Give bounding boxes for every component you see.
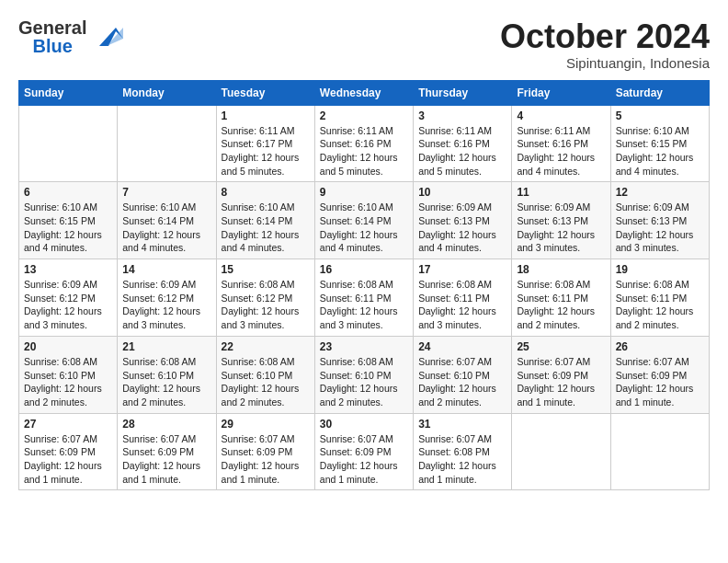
calendar-cell: 9Sunrise: 6:10 AM Sunset: 6:14 PM Daylig…	[314, 182, 413, 259]
day-info: Sunrise: 6:10 AM Sunset: 6:15 PM Dayligh…	[24, 201, 112, 255]
logo-icon	[90, 20, 123, 53]
calendar-cell: 27Sunrise: 6:07 AM Sunset: 6:09 PM Dayli…	[19, 413, 118, 490]
day-number: 13	[24, 263, 112, 276]
calendar-cell: 31Sunrise: 6:07 AM Sunset: 6:08 PM Dayli…	[414, 413, 512, 490]
day-info: Sunrise: 6:09 AM Sunset: 6:12 PM Dayligh…	[24, 278, 112, 332]
day-info: Sunrise: 6:09 AM Sunset: 6:13 PM Dayligh…	[616, 201, 704, 255]
calendar-cell	[118, 105, 216, 182]
week-row-5: 27Sunrise: 6:07 AM Sunset: 6:09 PM Dayli…	[19, 413, 710, 490]
day-info: Sunrise: 6:10 AM Sunset: 6:14 PM Dayligh…	[122, 201, 210, 255]
calendar-cell: 6Sunrise: 6:10 AM Sunset: 6:15 PM Daylig…	[19, 182, 118, 259]
day-number: 3	[418, 109, 506, 122]
day-header-monday: Monday	[118, 80, 216, 105]
calendar-cell: 5Sunrise: 6:10 AM Sunset: 6:15 PM Daylig…	[610, 105, 709, 182]
calendar-cell: 28Sunrise: 6:07 AM Sunset: 6:09 PM Dayli…	[118, 413, 216, 490]
day-info: Sunrise: 6:11 AM Sunset: 6:17 PM Dayligh…	[222, 124, 310, 178]
day-info: Sunrise: 6:08 AM Sunset: 6:11 PM Dayligh…	[418, 278, 506, 332]
week-row-1: 1Sunrise: 6:11 AM Sunset: 6:17 PM Daylig…	[19, 105, 710, 182]
day-info: Sunrise: 6:08 AM Sunset: 6:11 PM Dayligh…	[517, 278, 605, 332]
day-number: 10	[418, 186, 506, 199]
day-info: Sunrise: 6:07 AM Sunset: 6:08 PM Dayligh…	[418, 432, 506, 487]
day-info: Sunrise: 6:07 AM Sunset: 6:09 PM Dayligh…	[616, 355, 704, 409]
calendar-cell: 8Sunrise: 6:10 AM Sunset: 6:14 PM Daylig…	[216, 182, 314, 259]
day-info: Sunrise: 6:10 AM Sunset: 6:14 PM Dayligh…	[222, 201, 310, 255]
day-number: 23	[320, 340, 408, 353]
day-info: Sunrise: 6:08 AM Sunset: 6:10 PM Dayligh…	[222, 355, 310, 409]
day-info: Sunrise: 6:09 AM Sunset: 6:13 PM Dayligh…	[517, 201, 605, 255]
day-number: 17	[418, 263, 506, 276]
day-info: Sunrise: 6:07 AM Sunset: 6:09 PM Dayligh…	[24, 432, 112, 487]
calendar-cell: 19Sunrise: 6:08 AM Sunset: 6:11 PM Dayli…	[610, 259, 709, 337]
logo-general: General	[18, 18, 86, 37]
logo-blue: Blue	[33, 37, 73, 55]
day-info: Sunrise: 6:08 AM Sunset: 6:10 PM Dayligh…	[24, 355, 112, 409]
location: Sipintuangin, Indonesia	[500, 55, 710, 71]
day-number: 15	[222, 263, 310, 276]
day-number: 18	[517, 263, 605, 276]
calendar-cell: 23Sunrise: 6:08 AM Sunset: 6:10 PM Dayli…	[314, 336, 413, 413]
calendar-cell: 22Sunrise: 6:08 AM Sunset: 6:10 PM Dayli…	[216, 336, 314, 413]
day-info: Sunrise: 6:11 AM Sunset: 6:16 PM Dayligh…	[320, 124, 408, 178]
day-info: Sunrise: 6:10 AM Sunset: 6:14 PM Dayligh…	[320, 201, 408, 255]
calendar-cell: 29Sunrise: 6:07 AM Sunset: 6:09 PM Dayli…	[216, 413, 314, 490]
calendar-cell: 2Sunrise: 6:11 AM Sunset: 6:16 PM Daylig…	[314, 105, 413, 182]
day-info: Sunrise: 6:11 AM Sunset: 6:16 PM Dayligh…	[517, 124, 605, 178]
day-number: 7	[122, 186, 210, 199]
day-header-wednesday: Wednesday	[314, 80, 413, 105]
month-title: October 2024	[500, 18, 710, 55]
calendar-cell: 26Sunrise: 6:07 AM Sunset: 6:09 PM Dayli…	[610, 336, 709, 413]
day-number: 8	[222, 186, 310, 199]
calendar-cell: 24Sunrise: 6:07 AM Sunset: 6:10 PM Dayli…	[414, 336, 512, 413]
week-row-3: 13Sunrise: 6:09 AM Sunset: 6:12 PM Dayli…	[19, 259, 710, 337]
day-info: Sunrise: 6:09 AM Sunset: 6:13 PM Dayligh…	[418, 201, 506, 255]
title-block: October 2024 Sipintuangin, Indonesia	[500, 18, 710, 71]
calendar-cell: 16Sunrise: 6:08 AM Sunset: 6:11 PM Dayli…	[314, 259, 413, 337]
calendar-cell: 7Sunrise: 6:10 AM Sunset: 6:14 PM Daylig…	[118, 182, 216, 259]
day-number: 22	[222, 340, 310, 353]
day-number: 31	[418, 418, 506, 431]
day-info: Sunrise: 6:11 AM Sunset: 6:16 PM Dayligh…	[418, 124, 506, 178]
day-number: 21	[122, 340, 210, 353]
calendar-cell: 20Sunrise: 6:08 AM Sunset: 6:10 PM Dayli…	[19, 336, 118, 413]
day-info: Sunrise: 6:07 AM Sunset: 6:09 PM Dayligh…	[222, 432, 310, 487]
calendar-cell: 13Sunrise: 6:09 AM Sunset: 6:12 PM Dayli…	[19, 259, 118, 337]
day-header-friday: Friday	[512, 80, 610, 105]
day-number: 30	[320, 418, 408, 431]
day-header-thursday: Thursday	[414, 80, 512, 105]
day-info: Sunrise: 6:07 AM Sunset: 6:09 PM Dayligh…	[122, 432, 210, 487]
day-number: 19	[616, 263, 704, 276]
day-info: Sunrise: 6:08 AM Sunset: 6:11 PM Dayligh…	[320, 278, 408, 332]
calendar-table: SundayMondayTuesdayWednesdayThursdayFrid…	[18, 80, 710, 491]
day-info: Sunrise: 6:08 AM Sunset: 6:12 PM Dayligh…	[222, 278, 310, 332]
day-info: Sunrise: 6:10 AM Sunset: 6:15 PM Dayligh…	[616, 124, 704, 178]
day-number: 28	[122, 418, 210, 431]
calendar-cell	[512, 413, 610, 490]
calendar-cell: 18Sunrise: 6:08 AM Sunset: 6:11 PM Dayli…	[512, 259, 610, 337]
day-number: 6	[24, 186, 112, 199]
calendar-cell: 14Sunrise: 6:09 AM Sunset: 6:12 PM Dayli…	[118, 259, 216, 337]
day-number: 27	[24, 418, 112, 431]
day-number: 16	[320, 263, 408, 276]
week-row-4: 20Sunrise: 6:08 AM Sunset: 6:10 PM Dayli…	[19, 336, 710, 413]
calendar-cell: 25Sunrise: 6:07 AM Sunset: 6:09 PM Dayli…	[512, 336, 610, 413]
day-info: Sunrise: 6:08 AM Sunset: 6:11 PM Dayligh…	[616, 278, 704, 332]
calendar-cell: 4Sunrise: 6:11 AM Sunset: 6:16 PM Daylig…	[512, 105, 610, 182]
day-info: Sunrise: 6:08 AM Sunset: 6:10 PM Dayligh…	[122, 355, 210, 409]
day-number: 25	[517, 340, 605, 353]
calendar-cell	[610, 413, 709, 490]
day-info: Sunrise: 6:07 AM Sunset: 6:09 PM Dayligh…	[320, 432, 408, 487]
calendar-cell: 30Sunrise: 6:07 AM Sunset: 6:09 PM Dayli…	[314, 413, 413, 490]
calendar-cell: 11Sunrise: 6:09 AM Sunset: 6:13 PM Dayli…	[512, 182, 610, 259]
day-number: 24	[418, 340, 506, 353]
calendar-cell	[19, 105, 118, 182]
calendar-cell: 3Sunrise: 6:11 AM Sunset: 6:16 PM Daylig…	[414, 105, 512, 182]
day-number: 20	[24, 340, 112, 353]
calendar-cell: 15Sunrise: 6:08 AM Sunset: 6:12 PM Dayli…	[216, 259, 314, 337]
calendar-header-row: SundayMondayTuesdayWednesdayThursdayFrid…	[19, 80, 710, 105]
day-number: 11	[517, 186, 605, 199]
day-header-sunday: Sunday	[19, 80, 118, 105]
calendar-cell: 10Sunrise: 6:09 AM Sunset: 6:13 PM Dayli…	[414, 182, 512, 259]
day-info: Sunrise: 6:09 AM Sunset: 6:12 PM Dayligh…	[122, 278, 210, 332]
day-info: Sunrise: 6:07 AM Sunset: 6:10 PM Dayligh…	[418, 355, 506, 409]
calendar-cell: 21Sunrise: 6:08 AM Sunset: 6:10 PM Dayli…	[118, 336, 216, 413]
